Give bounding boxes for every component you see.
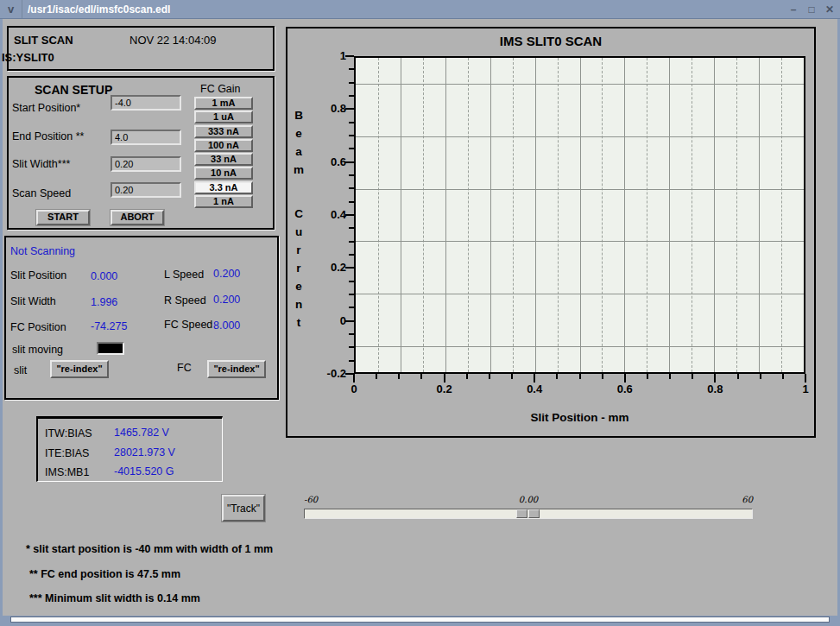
grid-line-vertical bbox=[759, 58, 760, 372]
abort-button[interactable]: ABORT bbox=[111, 210, 164, 225]
x-axis-label: Slit Position - mm bbox=[354, 411, 805, 424]
x-tick bbox=[420, 374, 422, 379]
y-tick bbox=[349, 122, 354, 123]
fc-position-label: FC Position bbox=[10, 321, 66, 333]
fc-gain-button-33na[interactable]: 33 nA bbox=[194, 153, 253, 166]
grid-line-vertical-dashed bbox=[602, 58, 603, 372]
grid-line-vertical bbox=[445, 58, 446, 372]
grid-line-vertical bbox=[714, 58, 715, 372]
y-tick bbox=[349, 95, 354, 97]
x-tick bbox=[692, 374, 693, 379]
grid-line-vertical bbox=[490, 58, 491, 372]
fc-gain-button-10na[interactable]: 10 nA bbox=[194, 167, 253, 180]
x-tick bbox=[669, 374, 671, 379]
slider-min-label: -60 bbox=[304, 495, 318, 504]
grid-line-vertical-dashed bbox=[468, 58, 469, 372]
footnote-start-position: * slit start position is -40 mm with wid… bbox=[26, 543, 273, 555]
slider-thumb-left[interactable] bbox=[516, 509, 527, 518]
fc-label: FC bbox=[177, 362, 192, 374]
grid-line-vertical-dashed bbox=[781, 58, 782, 372]
scan-setup-box: SCAN SETUP FC Gain Start Position* End P… bbox=[7, 76, 275, 230]
fc-gain-label: FC Gain bbox=[200, 83, 241, 95]
fc-reindex-button[interactable]: "re-index" bbox=[207, 360, 266, 378]
grid-line-vertical bbox=[580, 58, 581, 372]
fc-gain-button-3.3na[interactable]: 3.3 nA bbox=[194, 181, 253, 194]
slider-thumb-right[interactable] bbox=[528, 509, 540, 518]
status-box: Not Scanning Slit Position 0.000 Slit Wi… bbox=[4, 236, 279, 400]
slit-width-input[interactable] bbox=[111, 156, 181, 172]
x-tick bbox=[805, 374, 806, 383]
x-tick bbox=[714, 374, 716, 383]
slit-position-label: Slit Position bbox=[10, 269, 66, 281]
grid-line-vertical bbox=[669, 58, 670, 372]
scrollbar-thumb[interactable] bbox=[10, 617, 830, 623]
fc-gain-button-1na[interactable]: 1 nA bbox=[194, 195, 253, 208]
y-tick-label: 0.8 bbox=[305, 102, 346, 115]
horizontal-scrollbar[interactable] bbox=[3, 616, 837, 623]
close-button[interactable]: ✕ bbox=[822, 3, 837, 16]
x-tick bbox=[647, 374, 648, 379]
y-tick bbox=[349, 135, 354, 136]
fc-gain-button-1ma[interactable]: 1 mA bbox=[194, 97, 253, 110]
y-tick-label: -0.2 bbox=[305, 367, 346, 380]
x-tick bbox=[556, 374, 558, 379]
slit-label: slit bbox=[14, 364, 27, 376]
x-tick bbox=[353, 374, 355, 383]
end-position-input[interactable] bbox=[111, 130, 181, 145]
l-speed-label: L Speed bbox=[164, 269, 204, 281]
grid-line-vertical bbox=[624, 58, 625, 372]
y-tick bbox=[349, 281, 354, 282]
page-title: SLIT SCAN bbox=[14, 34, 73, 47]
track-button[interactable]: "Track" bbox=[222, 495, 265, 522]
slit-width-label: Slit Width*** bbox=[12, 158, 70, 170]
device-name: IS:YSLIT0 bbox=[2, 51, 54, 64]
edm-window: v /usr1/isac/edl/imsfc0scan.edl – □ ✕ SL… bbox=[0, 0, 840, 626]
grid-line-horizontal bbox=[356, 346, 804, 347]
end-position-label: End Position ** bbox=[12, 130, 84, 142]
grid-line-vertical-dashed bbox=[692, 58, 692, 372]
grid-line-vertical-dashed bbox=[647, 58, 647, 372]
x-tick bbox=[624, 374, 626, 383]
y-tick bbox=[349, 68, 354, 70]
x-tick-label: 0.2 bbox=[427, 383, 462, 395]
y-tick bbox=[349, 241, 354, 243]
minimize-button[interactable]: – bbox=[786, 3, 801, 16]
x-tick bbox=[579, 374, 581, 379]
x-tick bbox=[444, 374, 445, 383]
scan-speed-input[interactable] bbox=[111, 182, 181, 198]
fc-gain-button-1ua[interactable]: 1 uA bbox=[194, 111, 253, 123]
fc-gain-button-100na[interactable]: 100 nA bbox=[194, 139, 253, 152]
y-tick-label: 0.4 bbox=[305, 208, 346, 221]
slider-max-label: 60 bbox=[718, 495, 753, 504]
fc-position-value: -74.275 bbox=[91, 320, 127, 332]
slit-reindex-button[interactable]: "re-index" bbox=[50, 360, 109, 378]
scan-state: Not Scanning bbox=[10, 245, 75, 257]
x-tick bbox=[760, 374, 761, 379]
footnote-fc-end: ** FC end position is 47.5 mm bbox=[29, 568, 180, 580]
itw-bias-value: 1465.782 V bbox=[114, 427, 169, 439]
scan-speed-label: Scan Speed bbox=[12, 187, 71, 199]
scan-setup-title: SCAN SETUP bbox=[35, 83, 112, 97]
maximize-button[interactable]: □ bbox=[804, 3, 819, 16]
y-tick bbox=[349, 254, 354, 256]
fc-gain-button-333na[interactable]: 333 nA bbox=[194, 125, 253, 138]
grid-line-vertical-dashed bbox=[513, 58, 514, 372]
y-tick bbox=[349, 360, 354, 362]
r-speed-label: R Speed bbox=[164, 294, 206, 307]
y-tick bbox=[349, 148, 354, 149]
x-tick bbox=[466, 374, 468, 379]
start-button[interactable]: START bbox=[36, 210, 90, 225]
y-tick bbox=[349, 82, 354, 84]
window-menu-icon[interactable]: v bbox=[0, 0, 22, 18]
chart-title: IMS SLIT0 SCAN bbox=[287, 34, 814, 48]
start-position-input[interactable] bbox=[111, 95, 181, 111]
x-tick-label: 0.6 bbox=[608, 383, 642, 395]
window-title: /usr1/isac/edl/imsfc0scan.edl bbox=[22, 3, 786, 16]
x-tick bbox=[602, 374, 603, 379]
slider-value-label: 0.00 bbox=[494, 495, 563, 504]
y-tick-label: 0.6 bbox=[305, 155, 346, 168]
grid-line-horizontal bbox=[356, 136, 804, 137]
header-box: SLIT SCAN NOV 22 14:04:09 bbox=[7, 26, 275, 71]
itw-bias-label: ITW:BIAS bbox=[45, 427, 92, 439]
plot-area bbox=[354, 56, 805, 374]
